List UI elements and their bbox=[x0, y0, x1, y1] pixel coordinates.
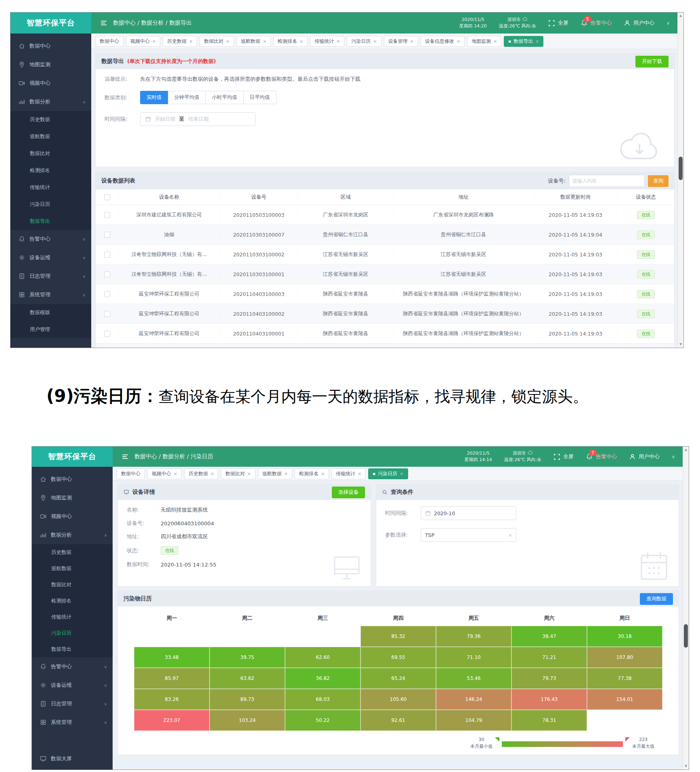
row-checkbox[interactable] bbox=[104, 331, 110, 337]
tab-close-icon[interactable]: × bbox=[400, 471, 403, 476]
tab-8[interactable]: 设备管理× bbox=[384, 36, 418, 47]
alarm-center-button[interactable]: 5告警中心 bbox=[581, 19, 612, 27]
sidebar-item-3[interactable]: 数据分析∧ bbox=[32, 526, 113, 544]
sidebar-item-5[interactable]: 巡航数据 bbox=[10, 128, 91, 145]
tab-0[interactable]: 数据中心 bbox=[117, 468, 145, 479]
sidebar-item-7[interactable]: 检测排名 bbox=[10, 162, 91, 179]
tab-6[interactable]: 传输统计× bbox=[310, 36, 344, 47]
tab-2[interactable]: 历史数据× bbox=[163, 36, 197, 47]
row-checkbox[interactable] bbox=[104, 212, 110, 218]
select-all-checkbox[interactable] bbox=[104, 194, 110, 200]
search-button[interactable]: 查询 bbox=[648, 175, 669, 187]
sidebar-item-9[interactable]: 污染日历 bbox=[32, 625, 113, 641]
tab-close-icon[interactable]: × bbox=[247, 471, 251, 476]
user-center-button[interactable]: 用户中心 bbox=[624, 19, 654, 27]
select-device-button[interactable]: 选择设备 bbox=[332, 487, 365, 498]
tab-active-11[interactable]: ●数据导出× bbox=[504, 36, 543, 47]
row-checkbox[interactable] bbox=[104, 271, 110, 277]
sidebar-item-0[interactable]: 数据中心 bbox=[10, 37, 91, 55]
tab-close-icon[interactable]: × bbox=[373, 39, 377, 44]
tab-close-icon[interactable]: × bbox=[493, 39, 497, 44]
tab-4[interactable]: 巡航数据× bbox=[258, 468, 292, 479]
sidebar-item-15[interactable]: 数据模版 bbox=[10, 304, 91, 321]
category-button-1[interactable]: 分钟平均值 bbox=[168, 91, 206, 104]
sidebar-item-2[interactable]: 视频中心 bbox=[10, 74, 91, 92]
sidebar-item-1[interactable]: 地图监测 bbox=[32, 489, 113, 507]
category-button-3[interactable]: 日平均值 bbox=[243, 91, 277, 104]
tab-close-icon[interactable]: × bbox=[300, 39, 303, 44]
tab-1[interactable]: 视频中心× bbox=[147, 468, 182, 479]
device-no-input[interactable] bbox=[569, 175, 645, 187]
sidebar-item-9[interactable]: 污染日历 bbox=[10, 196, 91, 213]
sidebar-item-3[interactable]: 数据分析∧ bbox=[10, 92, 91, 111]
sidebar-item-8[interactable]: 传输统计 bbox=[10, 179, 91, 196]
sidebar-item-4[interactable]: 历史数据 bbox=[32, 544, 113, 560]
sidebar-item-15[interactable]: 数据大屏 bbox=[32, 749, 113, 768]
tab-close-icon[interactable]: × bbox=[284, 471, 288, 476]
tab-close-icon[interactable]: × bbox=[321, 471, 325, 476]
sidebar-item-1[interactable]: 地图监测 bbox=[10, 55, 91, 74]
scrollbar-down-arrow[interactable]: ▼ bbox=[683, 763, 689, 770]
sidebar-item-12[interactable]: 设备运维∨ bbox=[32, 676, 113, 694]
month-picker-input[interactable]: 2020-10 bbox=[421, 506, 516, 520]
fullscreen-button[interactable]: 全屏 bbox=[553, 453, 574, 460]
fullscreen-button[interactable]: 全屏 bbox=[548, 19, 568, 27]
sidebar-item-10[interactable]: 数据导出 bbox=[10, 213, 91, 230]
tab-5[interactable]: 检测排名× bbox=[295, 468, 329, 479]
tab-close-icon[interactable]: × bbox=[535, 39, 539, 44]
row-checkbox[interactable] bbox=[104, 232, 110, 238]
tab-7[interactable]: 污染日历× bbox=[347, 36, 381, 47]
tab-3[interactable]: 数据比对× bbox=[199, 36, 234, 47]
scrollbar-down-arrow[interactable]: ▼ bbox=[678, 341, 683, 348]
sidebar-item-11[interactable]: 告警中心∨ bbox=[32, 657, 113, 676]
tab-2[interactable]: 历史数据× bbox=[184, 468, 218, 479]
user-dropdown-caret[interactable]: ∨ bbox=[666, 21, 670, 26]
tab-active-7[interactable]: ●污染日历× bbox=[368, 468, 408, 479]
tab-close-icon[interactable]: × bbox=[358, 471, 361, 476]
sidebar-item-12[interactable]: 设备运维∨ bbox=[10, 248, 91, 267]
tab-0[interactable]: 数据中心 bbox=[95, 36, 124, 47]
scrollbar-up-arrow[interactable]: ▲ bbox=[678, 13, 683, 19]
scrollbar-up-arrow[interactable]: ▲ bbox=[683, 447, 689, 453]
category-button-0[interactable]: 实时值 bbox=[140, 91, 168, 104]
sidebar-item-11[interactable]: 告警中心∨ bbox=[10, 230, 91, 248]
sidebar-item-6[interactable]: 数据比对 bbox=[32, 577, 113, 593]
category-button-2[interactable]: 小时平均值 bbox=[205, 91, 244, 104]
tab-5[interactable]: 检测排名× bbox=[273, 36, 308, 47]
tab-10[interactable]: 地图监测× bbox=[467, 36, 501, 47]
sidebar-item-8[interactable]: 传输统计 bbox=[32, 609, 113, 625]
start-download-button[interactable]: 开始下载 bbox=[635, 56, 669, 67]
tab-close-icon[interactable]: × bbox=[210, 471, 214, 476]
parameter-select[interactable]: TSP∨ bbox=[421, 528, 516, 542]
sidebar-item-4[interactable]: 历史数据 bbox=[10, 111, 91, 128]
tab-6[interactable]: 传输统计× bbox=[331, 468, 366, 479]
window-scrollbar[interactable]: ▲▼ bbox=[677, 13, 683, 348]
user-dropdown-caret[interactable]: ∨ bbox=[672, 454, 675, 459]
sidebar-item-10[interactable]: 数据导出 bbox=[32, 641, 113, 657]
tab-close-icon[interactable]: × bbox=[410, 39, 414, 44]
sidebar-item-14[interactable]: 系统管理∨ bbox=[32, 713, 113, 732]
menu-icon[interactable] bbox=[122, 453, 129, 460]
tab-1[interactable]: 视频中心× bbox=[126, 36, 160, 47]
tab-close-icon[interactable]: × bbox=[226, 39, 229, 44]
menu-icon[interactable] bbox=[100, 19, 107, 27]
tab-close-icon[interactable]: × bbox=[457, 39, 460, 44]
sidebar-item-0[interactable]: 数据中心 bbox=[32, 470, 113, 489]
row-checkbox[interactable] bbox=[104, 291, 110, 297]
sidebar-item-6[interactable]: 数据比对 bbox=[10, 145, 91, 162]
alarm-center-button[interactable]: 7告警中心 bbox=[586, 453, 617, 460]
sidebar-item-13[interactable]: 日志管理∨ bbox=[10, 267, 91, 285]
tab-close-icon[interactable]: × bbox=[336, 39, 340, 44]
tab-3[interactable]: 数据比对× bbox=[221, 468, 255, 479]
tab-close-icon[interactable]: × bbox=[189, 39, 193, 44]
row-checkbox[interactable] bbox=[104, 311, 110, 317]
tab-4[interactable]: 巡航数据× bbox=[237, 36, 271, 47]
tab-close-icon[interactable]: × bbox=[152, 39, 156, 44]
sidebar-item-13[interactable]: 日志管理∨ bbox=[32, 694, 113, 713]
query-data-button[interactable]: 查询数据 bbox=[640, 593, 673, 605]
window-scrollbar[interactable]: ▲▼ bbox=[683, 447, 689, 770]
sidebar-item-5[interactable]: 巡航数据 bbox=[32, 560, 113, 577]
sidebar-item-2[interactable]: 视频中心 bbox=[32, 507, 113, 526]
sidebar-item-16[interactable]: 用户管理 bbox=[10, 321, 91, 338]
user-center-button[interactable]: 用户中心 bbox=[629, 453, 660, 460]
